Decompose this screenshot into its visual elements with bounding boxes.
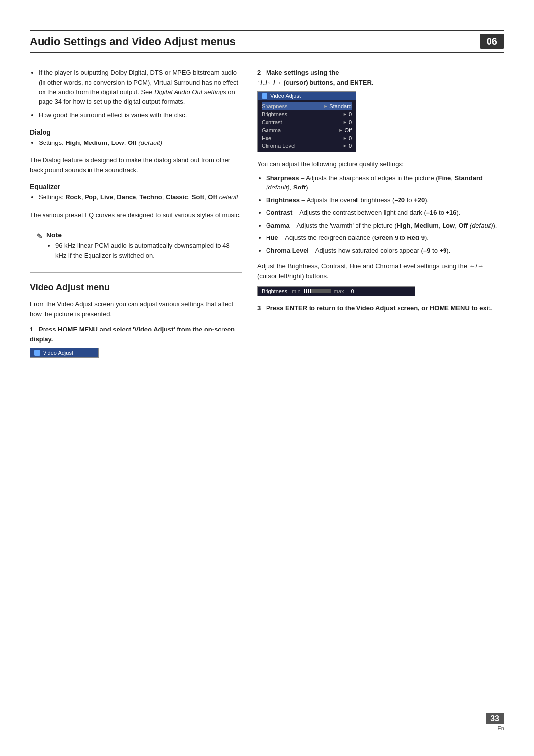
ui-screen-step2: Video Adjust Sharpness ► Standard Bright… [257, 91, 356, 152]
tv-icon [34, 350, 40, 356]
note-box: ✎ Note 96 kHz linear PCM audio is automa… [30, 227, 242, 273]
locale-label: En [486, 725, 504, 731]
equalizer-description: The various preset EQ curves are designe… [30, 210, 242, 220]
note-icon: ✎ [36, 232, 43, 241]
page-header: Audio Settings and Video Adjust menus 06 [30, 30, 504, 53]
intro-bullet-2: How good the surround effect is varies w… [39, 110, 242, 120]
note-bullet-1: 96 kHz linear PCM audio is automatically… [55, 241, 236, 260]
bar-max-label: max [334, 288, 344, 294]
bar-min-label: min [292, 288, 301, 294]
tv-icon-2 [262, 93, 267, 99]
page-footer: 33 En [486, 713, 504, 731]
dialog-heading: Dialog [30, 128, 242, 136]
video-adjust-heading: Video Adjust menu [30, 283, 242, 295]
dialog-settings-item: Settings: High, Medium, Low, Off (defaul… [39, 138, 242, 148]
bar-tick [310, 289, 311, 293]
dialog-description: The Dialog feature is designed to make t… [30, 155, 242, 175]
chapter-badge: 06 [480, 34, 504, 49]
bar-tick [329, 289, 331, 293]
step2-heading: 2 Make settings using the ↑/↓/←/→ (curso… [257, 68, 504, 87]
bar-track [304, 289, 331, 293]
bar-tick [306, 289, 307, 293]
dialog-settings: Settings: High, Medium, Low, Off (defaul… [30, 138, 242, 148]
bar-tick [321, 289, 323, 293]
equalizer-settings: Settings: Rock, Pop, Live, Dance, Techno… [30, 192, 242, 202]
main-content: If the player is outputting Dolby Digita… [30, 68, 504, 365]
setting-contrast: Contrast – Adjusts the contrast between … [266, 208, 504, 218]
ui-row-chroma: Chroma Level ► 0 [262, 142, 352, 150]
bar-tick [312, 289, 313, 293]
ui-screen-step2-header: Video Adjust [258, 92, 356, 100]
ui-screen-step1: Video Adjust [30, 348, 99, 358]
bar-tick [323, 289, 325, 293]
bar-tick [327, 289, 329, 293]
bar-value: 0 [347, 288, 354, 294]
ui-screen-step1-title: Video Adjust [43, 350, 73, 356]
step3-text: 3 Press ENTER to return to the Video Adj… [257, 303, 504, 313]
ui-row-contrast: Contrast ► 0 [262, 118, 352, 126]
bar-tick [304, 289, 305, 293]
ui-row-sharpness: Sharpness ► Standard [262, 102, 352, 110]
note-content: Note 96 kHz linear PCM audio is automati… [46, 231, 236, 268]
video-adjust-intro: From the Video Adjust screen you can adj… [30, 299, 242, 319]
ui-row-gamma: Gamma ► Off [262, 126, 352, 134]
left-column: If the player is outputting Dolby Digita… [30, 68, 242, 365]
setting-brightness: Brightness – Adjusts the overall brightn… [266, 195, 504, 205]
page-title: Audio Settings and Video Adjust menus [30, 35, 480, 48]
note-label: Note [46, 231, 62, 239]
intro-bullets: If the player is outputting Dolby Digita… [30, 68, 242, 120]
step1-label: 1 Press HOME MENU and select 'Video Adju… [30, 325, 242, 344]
setting-hue: Hue – Adjusts the red/green balance (Gre… [266, 233, 504, 243]
equalizer-heading: Equalizer [30, 183, 242, 190]
setting-chroma: Chroma Level – Adjusts how saturated col… [266, 246, 504, 256]
bar-tick [317, 289, 319, 293]
equalizer-settings-item: Settings: Rock, Pop, Live, Dance, Techno… [39, 192, 242, 202]
note-bullets: 96 kHz linear PCM audio is automatically… [46, 241, 236, 260]
intro-bullet-1: If the player is outputting Dolby Digita… [39, 68, 242, 106]
ui-screen-step2-title: Video Adjust [270, 93, 301, 99]
setting-gamma: Gamma – Adjusts the 'warmth' of the pict… [266, 221, 504, 231]
brightness-bar: Brightness min max 0 [257, 286, 415, 296]
ui-screen-step2-body: Sharpness ► Standard Brightness ► 0 Cont… [258, 100, 356, 152]
right-column: 2 Make settings using the ↑/↓/←/→ (curso… [257, 68, 504, 365]
bar-tick [319, 289, 321, 293]
settings-intro: You can adjust the following picture qua… [257, 159, 504, 169]
ui-row-hue: Hue ► 0 [262, 134, 352, 142]
ui-screen-step1-header: Video Adjust [30, 348, 98, 357]
page-number: 33 [486, 713, 504, 724]
bar-label: Brightness [262, 288, 289, 294]
bar-tick [308, 289, 309, 293]
ui-row-brightness: Brightness ► 0 [262, 110, 352, 118]
settings-list: Sharpness – Adjusts the sharpness of edg… [257, 173, 504, 256]
bar-tick [325, 289, 327, 293]
adjust-note: Adjust the Brightness, Contrast, Hue and… [257, 261, 504, 281]
setting-sharpness: Sharpness – Adjusts the sharpness of edg… [266, 173, 504, 192]
bar-tick [315, 289, 317, 293]
bar-tick [313, 289, 315, 293]
